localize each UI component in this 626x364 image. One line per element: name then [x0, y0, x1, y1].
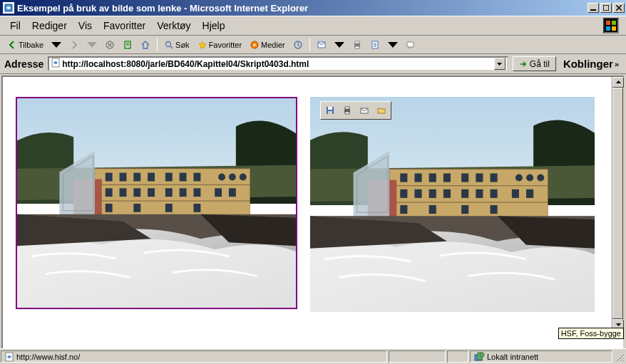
status-cell-3 — [447, 350, 468, 363]
forward-dropdown[interactable] — [84, 38, 100, 52]
back-label: Tilbake — [19, 41, 43, 49]
address-input[interactable] — [61, 59, 494, 69]
scroll-thumb[interactable] — [612, 88, 623, 319]
edit-dropdown[interactable] — [385, 38, 401, 52]
toolbar: Tilbake Søk Favoritter Medier — [0, 36, 626, 54]
image-right — [310, 97, 595, 312]
discuss-button[interactable] — [403, 38, 419, 52]
links-label: Koblinger — [563, 58, 613, 70]
status-zone-cell: Lokalt intranett — [470, 350, 612, 363]
svg-rect-15 — [355, 41, 359, 43]
svg-rect-26 — [133, 173, 140, 182]
svg-rect-28 — [165, 173, 173, 182]
svg-rect-37 — [148, 188, 155, 197]
svg-rect-53 — [414, 173, 421, 182]
search-button[interactable]: Søk — [161, 38, 193, 52]
svg-rect-44 — [133, 204, 140, 212]
svg-rect-52 — [400, 173, 407, 182]
menu-verktoy[interactable]: Verktøy — [151, 19, 196, 33]
svg-rect-3 — [606, 21, 610, 25]
separator — [157, 38, 158, 51]
home-button[interactable] — [138, 38, 153, 52]
svg-rect-29 — [180, 173, 187, 182]
menu-hjelp[interactable]: Hjelp — [197, 19, 231, 33]
separator — [309, 38, 310, 51]
go-button[interactable]: Gå til — [513, 56, 556, 71]
statusbar: http://www.hisf.no/ Lokalt intranett — [0, 348, 626, 364]
addressbar: Adresse Gå til Koblinger» — [0, 54, 626, 74]
svg-rect-57 — [476, 173, 483, 182]
address-dropdown[interactable] — [494, 58, 506, 70]
svg-rect-42 — [229, 188, 236, 197]
zone-icon — [473, 351, 485, 363]
scroll-up-button[interactable] — [612, 77, 624, 88]
address-field-wrap — [48, 56, 508, 71]
menu-fil[interactable]: Fil — [4, 19, 26, 33]
address-label: Adresse — [4, 58, 43, 70]
svg-point-59 — [515, 174, 523, 181]
close-button[interactable] — [613, 3, 625, 13]
app-icon — [3, 2, 14, 14]
svg-rect-54 — [429, 173, 436, 182]
menu-vis[interactable]: Vis — [73, 19, 98, 33]
svg-rect-63 — [414, 189, 421, 198]
svg-rect-24 — [106, 173, 113, 182]
svg-rect-67 — [476, 189, 483, 198]
print-button[interactable] — [349, 38, 365, 52]
edit-button[interactable] — [367, 38, 383, 52]
menu-rediger[interactable]: Rediger — [26, 19, 73, 33]
svg-rect-78 — [328, 111, 332, 114]
tooltip: HSF, Foss-bygge — [558, 328, 624, 339]
svg-point-9 — [166, 41, 171, 46]
titlebar: Eksempel på bruk av bilde som lenke - Mi… — [0, 0, 626, 16]
mail-button[interactable] — [314, 38, 329, 52]
svg-rect-68 — [491, 189, 498, 198]
svg-rect-34 — [106, 188, 113, 197]
svg-rect-58 — [491, 173, 498, 182]
image-link-left[interactable] — [16, 97, 297, 309]
go-label: Gå til — [530, 59, 550, 69]
svg-rect-39 — [180, 188, 187, 197]
links-button[interactable]: Koblinger» — [560, 58, 622, 70]
save-image-button[interactable] — [323, 104, 337, 117]
refresh-button[interactable] — [120, 38, 135, 52]
email-image-button[interactable] — [357, 104, 371, 117]
svg-rect-62 — [400, 189, 407, 198]
photo-left — [17, 98, 296, 308]
photo-right — [310, 97, 595, 312]
svg-rect-70 — [526, 189, 533, 198]
menubar: Fil Rediger Vis Favoritter Verktøy Hjelp — [0, 16, 626, 36]
svg-rect-45 — [165, 204, 173, 212]
svg-point-11 — [254, 43, 256, 46]
content-area — [1, 76, 625, 364]
history-button[interactable] — [290, 38, 306, 52]
svg-rect-1 — [590, 9, 596, 11]
svg-rect-38 — [165, 188, 173, 197]
back-button[interactable]: Tilbake — [4, 38, 46, 52]
open-folder-button[interactable] — [374, 104, 389, 117]
vertical-scrollbar[interactable] — [612, 77, 623, 330]
svg-rect-80 — [345, 107, 349, 109]
svg-rect-64 — [429, 189, 436, 198]
stop-button[interactable] — [102, 38, 118, 52]
svg-rect-40 — [193, 188, 200, 197]
svg-rect-71 — [400, 205, 407, 214]
svg-point-86 — [480, 353, 484, 357]
media-button[interactable]: Medier — [247, 38, 288, 52]
menu-favoritter[interactable]: Favoritter — [98, 19, 151, 33]
svg-rect-81 — [345, 112, 349, 114]
favorites-label: Favoritter — [209, 41, 242, 49]
favorites-button[interactable]: Favoritter — [195, 38, 245, 52]
svg-point-60 — [526, 174, 533, 181]
resize-grip[interactable] — [613, 349, 626, 364]
svg-rect-46 — [193, 204, 200, 212]
minimize-button[interactable] — [587, 3, 599, 13]
status-zone: Lokalt intranett — [487, 353, 538, 361]
maximize-button[interactable] — [600, 3, 612, 13]
media-label: Medier — [261, 41, 285, 49]
print-image-button[interactable] — [340, 104, 354, 117]
status-url-cell: http://www.hisf.no/ — [1, 350, 387, 363]
forward-button[interactable] — [66, 38, 82, 52]
mail-dropdown[interactable] — [332, 38, 347, 52]
back-dropdown[interactable] — [48, 38, 64, 52]
